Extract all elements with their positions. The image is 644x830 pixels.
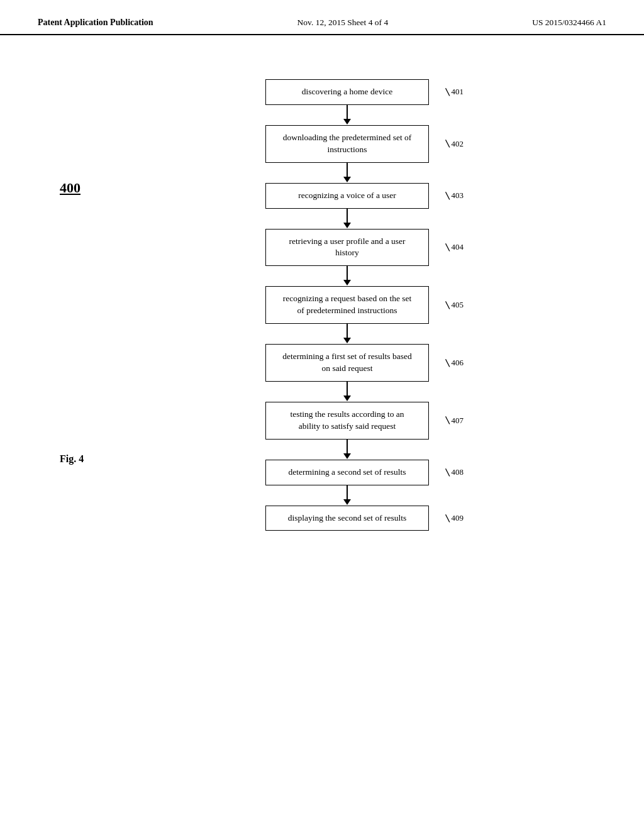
- flow-box-402: downloading the predetermined set of ins…: [265, 125, 429, 163]
- arrow-407-to-408: [343, 440, 351, 460]
- flow-step-405: recognizing a request based on the set o…: [265, 286, 429, 324]
- flowchart: discovering a home device∖401downloading…: [88, 79, 606, 531]
- flow-step-403: recognizing a voice of a user∖403: [265, 183, 429, 209]
- flow-box-408: determining a second set of results: [265, 460, 429, 485]
- flow-step-407: testing the results according to an abil…: [265, 402, 429, 440]
- flow-step-408: determining a second set of results∖408: [265, 460, 429, 485]
- header-center: Nov. 12, 2015 Sheet 4 of 4: [297, 18, 389, 28]
- flow-step-409: displaying the second set of results∖409: [265, 506, 429, 531]
- flow-step-406: determining a first set of results based…: [265, 344, 429, 382]
- flow-box-406: determining a first set of results based…: [265, 344, 429, 382]
- flow-ref-406: ∖406: [444, 357, 464, 369]
- arrow-404-to-405: [343, 266, 351, 286]
- flow-box-405: recognizing a request based on the set o…: [265, 286, 429, 324]
- flow-ref-402: ∖402: [444, 138, 464, 150]
- page-content: 400 discovering a home device∖401downloa…: [0, 35, 644, 556]
- flow-ref-401: ∖401: [444, 86, 464, 98]
- arrow-406-to-407: [343, 382, 351, 402]
- header-right: US 2015/0324466 A1: [532, 18, 606, 28]
- flow-ref-409: ∖409: [444, 512, 464, 524]
- flow-box-401: discovering a home device: [265, 79, 429, 105]
- flow-ref-408: ∖408: [444, 467, 464, 479]
- flow-step-404: retrieving a user profile and a user his…: [265, 229, 429, 267]
- flow-box-407: testing the results according to an abil…: [265, 402, 429, 440]
- arrow-405-to-406: [343, 324, 351, 344]
- arrow-403-to-404: [343, 209, 351, 229]
- flow-ref-407: ∖407: [444, 414, 464, 426]
- header-left: Patent Application Publication: [38, 18, 153, 28]
- fig-label: Fig. 4: [60, 453, 84, 465]
- arrow-408-to-409: [343, 485, 351, 506]
- flow-box-409: displaying the second set of results: [265, 506, 429, 531]
- page-header: Patent Application Publication Nov. 12, …: [0, 0, 644, 35]
- flow-ref-405: ∖405: [444, 299, 464, 311]
- flow-step-402: downloading the predetermined set of ins…: [265, 125, 429, 163]
- flow-box-404: retrieving a user profile and a user his…: [265, 229, 429, 267]
- diagram-label: 400: [60, 180, 80, 196]
- arrow-402-to-403: [343, 163, 351, 183]
- arrow-401-to-402: [343, 105, 351, 125]
- flow-step-401: discovering a home device∖401: [265, 79, 429, 105]
- flow-box-403: recognizing a voice of a user: [265, 183, 429, 209]
- flow-ref-404: ∖404: [444, 241, 464, 253]
- flow-ref-403: ∖403: [444, 190, 464, 202]
